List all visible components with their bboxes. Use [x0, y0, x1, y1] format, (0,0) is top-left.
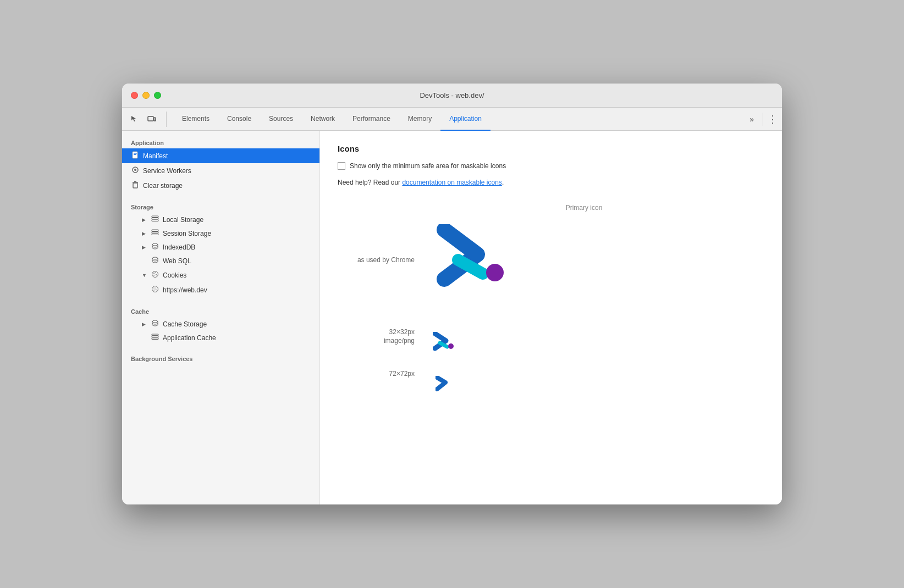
svg-rect-10 — [152, 216, 158, 218]
svg-rect-14 — [152, 232, 158, 234]
maximize-button[interactable] — [154, 92, 161, 99]
sidebar-section-cache: Cache — [122, 304, 319, 317]
inspect-icon[interactable] — [126, 112, 142, 127]
small-webdev-icon-32 — [433, 332, 456, 353]
tab-console[interactable]: Console — [218, 108, 260, 131]
svg-point-25 — [156, 287, 156, 288]
cache-storage-arrow: ▶ — [142, 321, 147, 327]
toolbar-divider — [763, 113, 763, 126]
toolbar: Elements Console Sources Network Perform… — [122, 108, 782, 131]
maskable-checkbox-row: Show only the minimum safe area for mask… — [338, 162, 764, 170]
sidebar-item-app-cache[interactable]: ▶ Application Cache — [122, 331, 319, 345]
sidebar-section-application: Application — [122, 135, 319, 148]
sidebar-item-local-storage[interactable]: ▶ Local Storage — [122, 213, 319, 226]
primary-icon-section: Primary icon as used by Chrome — [338, 204, 764, 313]
as-used-label: as used by Chrome — [338, 256, 415, 264]
svg-rect-32 — [152, 338, 158, 340]
device-toggle-icon[interactable] — [144, 112, 159, 127]
web-sql-label: Web SQL — [163, 257, 191, 265]
small-webdev-icon-72 — [436, 376, 453, 392]
clear-storage-label: Clear storage — [143, 182, 183, 190]
clear-storage-icon — [131, 181, 140, 190]
sized-icon-row-32: 32×32px image/png — [338, 326, 461, 359]
window-title: DevTools - web.dev/ — [420, 91, 484, 99]
large-icon-display — [428, 216, 516, 304]
large-webdev-icon — [433, 224, 510, 296]
svg-point-18 — [152, 271, 158, 278]
app-cache-label: Application Cache — [163, 334, 216, 342]
sidebar-item-manifest[interactable]: Manifest — [122, 148, 319, 163]
traffic-lights — [131, 92, 161, 99]
help-link[interactable]: documentation on maskable icons — [402, 179, 501, 186]
indexeddb-icon — [151, 243, 159, 251]
tabs: Elements Console Sources Network Perform… — [173, 108, 745, 131]
web-sql-icon — [151, 257, 159, 265]
svg-point-29 — [152, 320, 158, 323]
tab-performance[interactable]: Performance — [344, 108, 399, 131]
svg-point-22 — [153, 275, 155, 276]
toolbar-icons — [126, 112, 167, 127]
primary-icon-label: Primary icon — [404, 204, 764, 212]
devtools-window: DevTools - web.dev/ Elements Console Sou… — [122, 84, 782, 504]
service-workers-icon — [131, 166, 140, 175]
svg-point-24 — [153, 287, 154, 288]
sidebar-item-cookies-url[interactable]: https://web.dev — [122, 282, 319, 297]
svg-rect-3 — [134, 153, 137, 154]
session-storage-icon — [151, 229, 159, 237]
main-content: Application Manifest — [122, 131, 782, 504]
tab-sources[interactable]: Sources — [260, 108, 302, 131]
cookies-label: Cookies — [163, 271, 186, 279]
tab-elements[interactable]: Elements — [173, 108, 218, 131]
svg-point-28 — [155, 289, 156, 290]
indexeddb-arrow: ▶ — [142, 245, 147, 250]
sized-icon-row-72: 72×72px — [338, 368, 461, 401]
icon-size-32: 32×32px image/png — [338, 326, 415, 345]
sidebar-section-storage: Storage — [122, 199, 319, 213]
icons-heading: Icons — [338, 144, 764, 153]
small-icon-display-72 — [428, 368, 461, 401]
sidebar-item-web-sql[interactable]: ▶ Web SQL — [122, 254, 319, 268]
svg-rect-7 — [133, 183, 137, 188]
icon-size-72: 72×72px — [338, 368, 415, 378]
close-button[interactable] — [131, 92, 138, 99]
tab-memory[interactable]: Memory — [399, 108, 440, 131]
service-workers-label: Service Workers — [143, 167, 191, 175]
local-storage-arrow: ▶ — [142, 217, 147, 223]
sidebar-item-indexeddb[interactable]: ▶ IndexedDB — [122, 240, 319, 254]
svg-point-27 — [153, 290, 154, 290]
sidebar-item-clear-storage[interactable]: Clear storage — [122, 178, 319, 193]
svg-point-26 — [156, 290, 156, 290]
main-panel: Icons Show only the minimum safe area fo… — [320, 131, 782, 504]
minimize-button[interactable] — [142, 92, 150, 99]
menu-button[interactable]: ⋮ — [768, 113, 778, 125]
svg-rect-31 — [152, 336, 158, 338]
size-72-label: 72×72px — [338, 370, 415, 378]
manifest-icon — [131, 151, 140, 160]
help-suffix: . — [502, 179, 504, 186]
cache-storage-label: Cache Storage — [163, 320, 207, 328]
svg-rect-4 — [134, 154, 136, 156]
sidebar-item-cache-storage[interactable]: ▶ Cache Storage — [122, 317, 319, 331]
svg-point-17 — [152, 257, 158, 259]
svg-point-16 — [152, 243, 158, 246]
sidebar-item-session-storage[interactable]: ▶ Session Storage — [122, 226, 319, 240]
primary-icon-row: as used by Chrome — [338, 216, 764, 304]
titlebar: DevTools - web.dev/ — [122, 84, 782, 108]
svg-point-20 — [155, 272, 156, 273]
svg-point-6 — [134, 169, 136, 171]
svg-rect-0 — [148, 117, 153, 121]
svg-rect-11 — [152, 218, 158, 220]
svg-rect-13 — [152, 230, 158, 231]
maskable-checkbox[interactable] — [338, 162, 345, 170]
tab-application[interactable]: Application — [440, 108, 490, 131]
help-prefix: Need help? Read our — [338, 179, 402, 186]
sidebar-item-service-workers[interactable]: Service Workers — [122, 163, 319, 178]
sidebar-item-cookies[interactable]: ▼ Cookies — [122, 268, 319, 282]
svg-point-19 — [153, 273, 155, 274]
sidebar-section-background: Background Services — [122, 351, 319, 364]
more-tabs-button[interactable]: » — [745, 115, 758, 124]
indexeddb-label: IndexedDB — [163, 243, 195, 251]
sidebar: Application Manifest — [122, 131, 320, 504]
manifest-label: Manifest — [143, 152, 168, 160]
tab-network[interactable]: Network — [302, 108, 344, 131]
